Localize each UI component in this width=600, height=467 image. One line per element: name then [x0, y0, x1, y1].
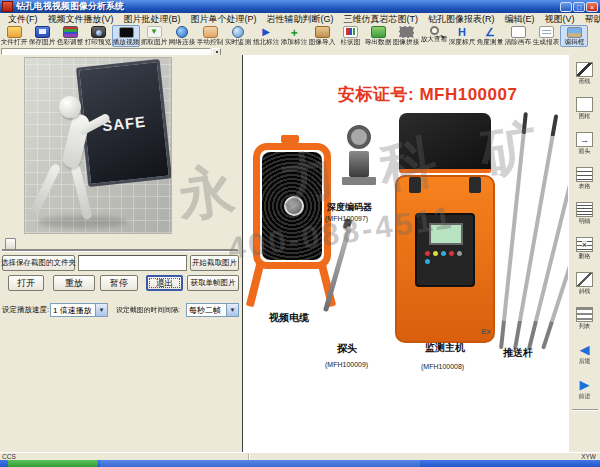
save-path-field[interactable]	[78, 255, 187, 271]
title-bar: 钻孔电视视频图像分析系统 _ □ ×	[0, 0, 600, 13]
toolbar-button-open-file[interactable]: 文件打开	[0, 25, 28, 47]
code-depth-encoder: (MFH100097)	[325, 215, 368, 222]
tool-diagonal[interactable]: 斜线	[570, 266, 600, 300]
toolbar-button-network[interactable]: 网络连接	[168, 25, 196, 47]
label-video-cable: 视频电缆	[269, 311, 309, 325]
grey-dot	[457, 251, 462, 256]
camera-icon	[91, 26, 106, 38]
exit-button[interactable]: 退出	[146, 275, 183, 291]
minimize-button[interactable]: _	[560, 2, 572, 12]
menu-single-process[interactable]: 图片单个处理(P)	[186, 13, 262, 26]
encoder-base-art	[342, 177, 376, 185]
blue-dot	[441, 251, 446, 256]
slider-thumb[interactable]	[5, 238, 16, 252]
bar-chart-icon	[343, 26, 358, 38]
toolbar-button-zoom[interactable]: 放大查看	[420, 25, 448, 47]
window-title: 钻孔电视视频图像分析系统	[16, 0, 560, 13]
toolbar-button-angle[interactable]: 角度测量	[476, 25, 504, 47]
film-icon	[399, 26, 414, 38]
tool-delete-grid[interactable]: 删格	[570, 231, 600, 265]
maximize-button[interactable]: □	[573, 2, 585, 12]
tool-blank-frame[interactable]: 图框	[570, 91, 600, 125]
chevron-down-icon[interactable]: ▼	[226, 304, 238, 316]
download-arrow-icon	[147, 26, 162, 38]
menu-bar: 文件(F) 视频文件播放(V) 图片批处理(B) 图片单个处理(P) 岩性辅助判…	[0, 13, 600, 25]
toolbar-button-play-video[interactable]: 播放视频	[112, 25, 140, 47]
toolbar-button-import-image[interactable]: 图像导入	[308, 25, 336, 47]
rows-icon	[576, 307, 593, 322]
status-left-text: CCS	[2, 453, 16, 460]
toolbar-button-export[interactable]: 导出数据	[364, 25, 392, 47]
toolbar-button-save[interactable]: 保存图片	[28, 25, 56, 47]
open-button[interactable]: 打开	[8, 275, 44, 291]
detail-table-icon	[576, 202, 593, 217]
tool-arrow-frame[interactable]: 箭头	[570, 126, 600, 160]
toolbar-button-edit-frame[interactable]: 编辑框	[560, 25, 588, 47]
taskbar-strip	[0, 460, 600, 467]
replay-button[interactable]: 重放	[53, 275, 95, 291]
menu-view[interactable]: 视图(V)	[540, 13, 580, 26]
status-right-text: XYW	[581, 453, 596, 460]
yellow-dot	[433, 251, 438, 256]
single-frame-button[interactable]: 获取单帧图片	[187, 275, 239, 291]
figure-leg	[30, 163, 62, 215]
close-button[interactable]: ×	[586, 2, 598, 12]
plus-icon	[287, 26, 302, 38]
menu-batch-process[interactable]: 图片批处理(B)	[119, 13, 186, 26]
card-icon	[315, 26, 330, 38]
menu-edit[interactable]: 编辑(E)	[500, 13, 540, 26]
label-monitor-host: 监测主机	[425, 341, 465, 355]
label-push-rod: 推送杆	[503, 346, 533, 360]
toolbar-button-print-preview[interactable]: 打印预览	[84, 25, 112, 47]
video-position-slider[interactable]	[2, 237, 238, 253]
divider	[572, 409, 598, 411]
menu-image-report[interactable]: 钻孔图像报表(R)	[423, 13, 500, 26]
pause-button[interactable]: 暂停	[100, 275, 138, 291]
chevron-down-icon[interactable]: ▼	[95, 304, 107, 316]
tool-list[interactable]: 列表	[570, 301, 600, 335]
address-strip	[1, 48, 211, 55]
toolbar-button-clear[interactable]: 清除画布	[504, 25, 532, 47]
drawing-tools-sidebar: 画线 图框 箭头 表格 明细 删格 斜线 列表 后退 前进	[568, 55, 600, 452]
menu-3d-core[interactable]: 三维仿真岩芯图(T)	[339, 13, 424, 26]
play-speed-select[interactable]: 1 倍速播放 ▼	[50, 303, 108, 317]
tool-table[interactable]: 表格	[570, 161, 600, 195]
app-icon	[2, 1, 13, 12]
figure-shadow	[37, 216, 127, 228]
toolbar-button-report[interactable]: 生成报表	[532, 25, 560, 47]
tool-detail-table[interactable]: 明细	[570, 196, 600, 230]
toolbar-button-colors[interactable]: 色彩调整	[56, 25, 84, 47]
menu-help[interactable]: 帮助(H)	[580, 13, 600, 26]
toolbar-button-bar-chart[interactable]: 柱状图	[336, 25, 364, 47]
start-capture-button[interactable]: 开始截取图片	[190, 255, 239, 271]
image-icon	[567, 27, 582, 38]
capture-interval-label: 设定截图的时间间隔:	[116, 305, 180, 314]
toolbar-button-hand-tool[interactable]: 手动控制	[196, 25, 224, 47]
encoder-body-art	[349, 151, 369, 177]
select-save-folder-button[interactable]: 选择保存截图的文件夹	[2, 255, 75, 271]
capture-interval-select[interactable]: 每秒二帧 ▼	[186, 303, 239, 317]
screen-art	[429, 223, 463, 245]
capture-interval-value: 每秒二帧	[187, 305, 226, 316]
toolbar-button-live[interactable]: 实时监测	[224, 25, 252, 47]
delete-grid-icon	[576, 237, 593, 252]
tool-draw-line[interactable]: 画线	[570, 56, 600, 90]
code-probe: (MFH100009)	[325, 361, 368, 368]
video-preview-frame: SAFE	[24, 57, 172, 234]
document-icon	[539, 26, 554, 38]
toolbar-button-annotate[interactable]: 添加标注	[280, 25, 308, 47]
folder-icon	[7, 26, 22, 38]
code-monitor-host: (MFH100008)	[421, 363, 464, 370]
ex-marking: Ex	[481, 327, 491, 336]
red-dot	[449, 251, 454, 256]
toolbar-button-north-arrow[interactable]: 指北标注	[252, 25, 280, 47]
tool-forward[interactable]: 前进	[570, 371, 600, 405]
tool-back[interactable]: 后退	[570, 336, 600, 370]
menu-lithology-assist[interactable]: 岩性辅助判断(G)	[262, 13, 339, 26]
menu-video-play[interactable]: 视频文件播放(V)	[43, 13, 119, 26]
toolbar-button-capture[interactable]: 抓取图片	[140, 25, 168, 47]
toolbar-button-stitch[interactable]: 图像拼接	[392, 25, 420, 47]
menu-file[interactable]: 文件(F)	[3, 13, 43, 26]
start-button-fragment[interactable]	[8, 460, 98, 467]
toolbar-button-depth-ruler[interactable]: 深度标尺	[448, 25, 476, 47]
